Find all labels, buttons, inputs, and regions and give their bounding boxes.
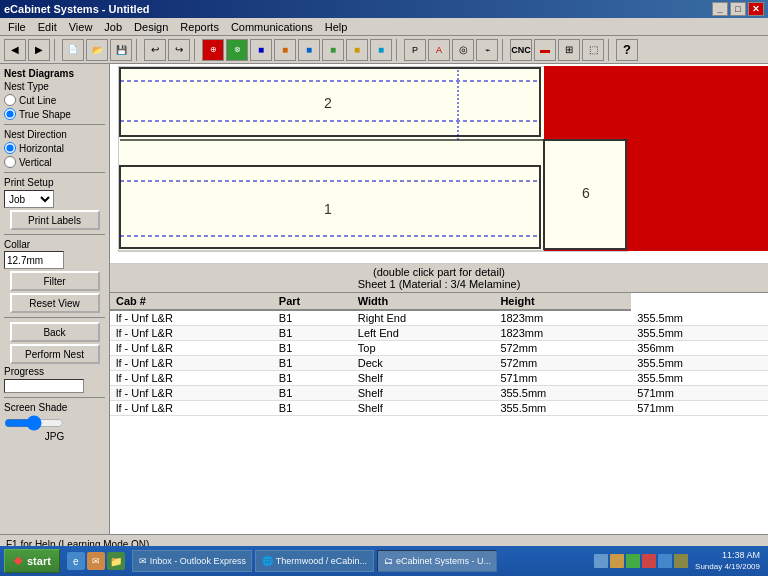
toolbar-btn13[interactable]: ▬ (534, 39, 556, 61)
toolbar-btn7[interactable]: ■ (346, 39, 368, 61)
nest-info: (double click part for detail) Sheet 1 (… (110, 264, 768, 293)
cell-width: 1823mm (494, 326, 631, 341)
table-row[interactable]: lf - Unf L&RB1Deck572mm355.5mm (110, 356, 768, 371)
col-width: Width (352, 293, 495, 310)
minimize-button[interactable]: _ (712, 2, 728, 16)
toolbar-btn8[interactable]: ■ (370, 39, 392, 61)
svg-rect-3 (628, 66, 768, 251)
screen-shade-label: Screen Shade (4, 402, 105, 413)
svg-text:2: 2 (324, 95, 332, 111)
nest-info-line1: (double click part for detail) (110, 266, 768, 278)
menu-design[interactable]: Design (128, 20, 174, 34)
menu-edit[interactable]: Edit (32, 20, 63, 34)
menu-help[interactable]: Help (319, 20, 354, 34)
app-title: eCabinet Systems - Untitled (4, 3, 149, 15)
cell-cabinet-combo: lf - Unf L&R (110, 310, 273, 326)
cell-height: 355.5mm (631, 371, 768, 386)
toolbar-btn2[interactable]: ⊗ (226, 39, 248, 61)
toolbar-cnc-btn[interactable]: CNC (510, 39, 532, 61)
cell-width: 355.5mm (494, 386, 631, 401)
menu-bar: File Edit View Job Design Reports Commun… (0, 18, 768, 36)
taskbar-clock: 11:38 AM Sunday 4/19/2009 (691, 550, 764, 572)
perform-nest-button[interactable]: Perform Nest (10, 344, 100, 364)
cell-height: 571mm (631, 401, 768, 416)
cell-cab-num: B1 (273, 356, 352, 371)
email-icon[interactable]: ✉ (87, 552, 105, 570)
cell-height: 571mm (631, 386, 768, 401)
toolbar-redo-btn[interactable]: ↪ (168, 39, 190, 61)
toolbar-btn5[interactable]: ■ (298, 39, 320, 61)
toolbar-btn3[interactable]: ■ (250, 39, 272, 61)
toolbar-forward-btn[interactable]: ▶ (28, 39, 50, 61)
toolbar-btn11[interactable]: ◎ (452, 39, 474, 61)
menu-job[interactable]: Job (98, 20, 128, 34)
toolbar-btn4[interactable]: ■ (274, 39, 296, 61)
reset-view-button[interactable]: Reset View (10, 293, 100, 313)
table-row[interactable]: lf - Unf L&RB1Shelf355.5mm571mm (110, 401, 768, 416)
close-button[interactable]: ✕ (748, 2, 764, 16)
toolbar-btn6[interactable]: ■ (322, 39, 344, 61)
table-row[interactable]: lf - Unf L&RB1Shelf571mm355.5mm (110, 371, 768, 386)
screen-shade-slider[interactable] (4, 415, 64, 431)
ie-icon[interactable]: e (67, 552, 85, 570)
print-setup-select[interactable]: Job (4, 190, 54, 208)
table-row[interactable]: lf - Unf L&RB1Left End1823mm355.5mm (110, 326, 768, 341)
cell-cabinet-combo: lf - Unf L&R (110, 371, 273, 386)
print-labels-button[interactable]: Print Labels (10, 210, 100, 230)
cell-width: 1823mm (494, 310, 631, 326)
collar-input[interactable]: 12.7mm (4, 251, 64, 269)
back-button[interactable]: Back (10, 322, 100, 342)
vertical-option[interactable]: Vertical (4, 156, 105, 168)
toolbar-btn12[interactable]: ⌁ (476, 39, 498, 61)
toolbar-btn14[interactable]: ⊞ (558, 39, 580, 61)
cell-cab-num: B1 (273, 371, 352, 386)
toolbar-btn1[interactable]: ⊕ (202, 39, 224, 61)
cell-part: Right End (352, 310, 495, 326)
system-tray: 11:38 AM Sunday 4/19/2009 (594, 550, 764, 572)
tray-icon-1 (594, 554, 608, 568)
col-cabinet: Cab # (110, 293, 273, 310)
table-row[interactable]: lf - Unf L&RB1Right End1823mm355.5mm (110, 310, 768, 326)
cell-cab-num: B1 (273, 310, 352, 326)
tray-icon-5 (658, 554, 672, 568)
cell-cab-num: B1 (273, 386, 352, 401)
taskbar-thermwood-btn[interactable]: 🌐 Thermwood / eCabin... (255, 550, 374, 572)
cell-cabinet-combo: lf - Unf L&R (110, 386, 273, 401)
filter-button[interactable]: Filter (10, 271, 100, 291)
title-bar: eCabinet Systems - Untitled _ □ ✕ (0, 0, 768, 18)
toolbar-back-btn[interactable]: ◀ (4, 39, 26, 61)
menu-view[interactable]: View (63, 20, 99, 34)
horizontal-option[interactable]: Horizontal (4, 142, 105, 154)
toolbar-undo-btn[interactable]: ↩ (144, 39, 166, 61)
toolbar: ◀ ▶ 📄 📂 💾 ↩ ↪ ⊕ ⊗ ■ ■ ■ ■ ■ ■ P A ◎ ⌁ CN… (0, 36, 768, 64)
cell-width: 572mm (494, 341, 631, 356)
table-area: Cab # Part Width Height lf - Unf L&RB1Ri… (110, 293, 768, 534)
maximize-button[interactable]: □ (730, 2, 746, 16)
collar-label: Collar (4, 239, 105, 250)
folder-icon[interactable]: 📁 (107, 552, 125, 570)
toolbar-btn15[interactable]: ⬚ (582, 39, 604, 61)
toolbar-open-btn[interactable]: 📂 (86, 39, 108, 61)
nest-area[interactable]: Scroll 2 1 (110, 64, 768, 264)
cell-height: 355.5mm (631, 356, 768, 371)
toolbar-btn9[interactable]: P (404, 39, 426, 61)
start-button[interactable]: ❖ start (4, 549, 60, 573)
menu-communications[interactable]: Communications (225, 20, 319, 34)
taskbar-outlook-btn[interactable]: ✉ Inbox - Outlook Express (132, 550, 252, 572)
menu-reports[interactable]: Reports (174, 20, 225, 34)
taskbar-ecabinet-btn[interactable]: 🗂 eCabinet Systems - U... (377, 550, 497, 572)
toolbar-save-btn[interactable]: 💾 (110, 39, 132, 61)
cut-line-option[interactable]: Cut Line (4, 94, 105, 106)
true-shape-option[interactable]: True Shape (4, 108, 105, 120)
toolbar-help-btn[interactable]: ? (616, 39, 638, 61)
tray-icons (594, 554, 688, 568)
cell-height: 355.5mm (631, 326, 768, 341)
toolbar-new-btn[interactable]: 📄 (62, 39, 84, 61)
cell-height: 355.5mm (631, 310, 768, 326)
table-row[interactable]: lf - Unf L&RB1Top572mm356mm (110, 341, 768, 356)
menu-file[interactable]: File (2, 20, 32, 34)
toolbar-btn10[interactable]: A (428, 39, 450, 61)
svg-text:6: 6 (582, 185, 590, 201)
cell-cabinet-combo: lf - Unf L&R (110, 356, 273, 371)
table-row[interactable]: lf - Unf L&RB1Shelf355.5mm571mm (110, 386, 768, 401)
